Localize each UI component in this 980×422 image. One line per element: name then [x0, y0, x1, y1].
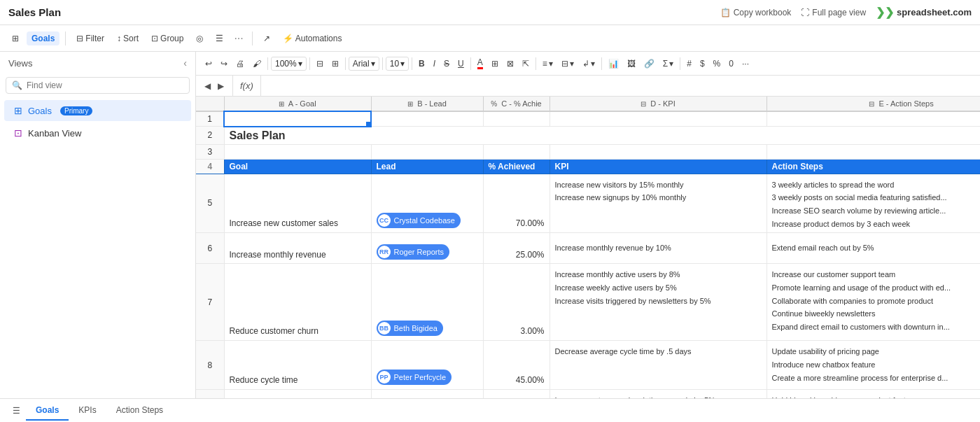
sidebar-item-kanban-view[interactable]: ⊡ Kanban View [4, 122, 191, 143]
cell-7e[interactable]: Increase our customer support team Promo… [766, 264, 980, 341]
cell-9c[interactable]: 90.00% [483, 390, 550, 398]
underline-button[interactable]: U [454, 57, 468, 70]
rows-button[interactable]: ☰ [211, 31, 228, 45]
cell-9a[interactable]: Boost customer lifetime value [224, 390, 371, 398]
chart-button[interactable]: 📊 [605, 57, 622, 70]
cell-6e[interactable]: Extend email reach out by 5% [766, 233, 980, 264]
cell-2a[interactable]: Sales Plan [224, 127, 980, 145]
cell-9d[interactable]: Increase customer subscription upgrade b… [550, 390, 766, 398]
italic-button[interactable]: I [430, 57, 439, 70]
font-selector[interactable]: Arial ▾ [349, 57, 379, 71]
cell-1c[interactable] [483, 111, 550, 127]
tab-goals[interactable]: Goals [26, 401, 69, 421]
more-formats-button[interactable]: ··· [738, 57, 752, 70]
formula-back-button[interactable]: ◀ [202, 80, 214, 92]
cell-5c[interactable]: 70.00% [483, 174, 550, 233]
text-color-button[interactable]: A [474, 56, 486, 71]
cell-6b[interactable]: RR Roger Reports [371, 233, 483, 264]
cell-3c[interactable] [483, 144, 550, 159]
paint-format-button[interactable]: 🖌 [249, 57, 265, 70]
filter-button[interactable]: ⊟ Filter [71, 31, 109, 45]
cell-3d[interactable] [550, 144, 766, 159]
share-button[interactable]: ↗ [258, 31, 275, 45]
cell-7d[interactable]: Increase monthly active users by 8% Incr… [550, 264, 766, 341]
link-button[interactable]: 🔗 [640, 57, 658, 70]
tab-kpis[interactable]: KPIs [69, 401, 106, 421]
zoom-selector[interactable]: 100% ▾ [271, 57, 307, 71]
cell-8a[interactable]: Reduce cycle time [224, 341, 371, 390]
cell-3b[interactable] [371, 144, 483, 159]
undo-button[interactable]: ↩ [202, 57, 216, 70]
decimal-button[interactable]: 0 [725, 57, 737, 70]
spreadsheet-grid[interactable]: ⊞ A - Goal ⊞ B - Lead % C - % Achie ⊟ [196, 97, 980, 398]
cell-3e[interactable] [766, 144, 980, 159]
cell-5b[interactable]: CC Crystal Codebase [371, 174, 483, 233]
expand-row-button[interactable]: ⇱ [519, 57, 533, 70]
formula-forward-button[interactable]: ▶ [215, 80, 227, 92]
align-text-button[interactable]: ≡▾ [539, 57, 556, 70]
cell-6d[interactable]: Increase monthly revenue by 10% [550, 233, 766, 264]
lead-chip-roger[interactable]: RR Roger Reports [377, 244, 450, 260]
cell-7a[interactable]: Reduce customer churn [224, 264, 371, 341]
image-button[interactable]: 🖼 [624, 57, 639, 70]
cell-1b[interactable] [371, 111, 483, 127]
percent-button[interactable]: % [710, 57, 724, 70]
dollar-button[interactable]: $ [696, 57, 708, 70]
cell-7c[interactable]: 3.00% [483, 264, 550, 341]
sidebar-search-box[interactable]: 🔍 [6, 77, 190, 94]
cell-6a[interactable]: Increase monthly revenue [224, 233, 371, 264]
cell-8c[interactable]: 45.00% [483, 341, 550, 390]
automations-button[interactable]: ⚡ Automations [278, 31, 347, 45]
cell-7b[interactable]: BB Beth Bigidea [371, 264, 483, 341]
hash-button[interactable]: # [683, 57, 695, 70]
lead-chip-peter[interactable]: PP Peter Perfcycle [377, 370, 452, 385]
bottom-menu-icon[interactable]: ☰ [7, 402, 26, 420]
lead-chip-crystal[interactable]: CC Crystal Codebase [377, 213, 461, 228]
sort-button[interactable]: ↕ Sort [112, 31, 144, 45]
redo-button[interactable]: ↪ [217, 57, 231, 70]
col-header-d[interactable]: ⊟ D - KPI [550, 97, 766, 111]
cell-1d[interactable] [550, 111, 766, 127]
col-header-b[interactable]: ⊞ B - Lead [371, 97, 483, 111]
vertical-align-button[interactable]: ⊟▾ [558, 57, 578, 70]
tab-action-steps[interactable]: Action Steps [106, 401, 173, 421]
goals-toolbar-button[interactable]: Goals [27, 31, 59, 45]
cell-5e[interactable]: 3 weekly articles to spread the word 3 w… [766, 174, 980, 233]
kpi-9-1: Increase customer subscription upgrade b… [555, 394, 762, 398]
full-page-view-button[interactable]: ⛶ Full page view [801, 8, 866, 17]
merge-button[interactable]: ⊠ [503, 57, 517, 70]
sum-button[interactable]: Σ▾ [659, 57, 677, 70]
col-header-a[interactable]: ⊞ A - Goal [224, 97, 371, 111]
group-button[interactable]: ⊡ Group [146, 31, 188, 45]
cell-5a[interactable]: Increase new customer sales [224, 174, 371, 233]
cell-5d[interactable]: Increase new visitors by 15% monthly Inc… [550, 174, 766, 233]
cell-9e[interactable]: Hold biweekly webinars on product featur… [766, 390, 980, 398]
cell-1e[interactable] [766, 111, 980, 127]
cell-3a[interactable] [224, 144, 371, 159]
cell-1a[interactable] [224, 111, 371, 127]
strikethrough-button[interactable]: S [440, 57, 453, 70]
sidebar-item-goals-primary[interactable]: ⊞ Goals Primary [4, 100, 191, 121]
border-button[interactable]: ⊞ [488, 57, 502, 70]
cell-8d[interactable]: Decrease average cycle time by .5 days [550, 341, 766, 390]
font-size-selector[interactable]: 10 ▾ [386, 57, 409, 71]
wrap-button[interactable]: ↲▾ [579, 57, 598, 70]
search-input[interactable] [27, 80, 183, 90]
print-button[interactable]: 🖨 [232, 57, 248, 70]
col-header-e[interactable]: ⊟ E - Action Steps [766, 97, 980, 111]
toolbar-more-button[interactable]: ··· [231, 32, 246, 45]
lead-chip-beth[interactable]: BB Beth Bigidea [377, 321, 443, 336]
align-center-button[interactable]: ⊞ [328, 57, 342, 70]
cell-9b[interactable]: HH Harry Helpsalot [371, 390, 483, 398]
formula-input[interactable] [261, 81, 980, 91]
hide-button[interactable]: ◎ [191, 31, 208, 45]
grid-view-icon-button[interactable]: ⊞ [7, 31, 24, 45]
cell-6c[interactable]: 25.00% [483, 233, 550, 264]
copy-workbook-button[interactable]: 📋 Copy workbook [720, 8, 792, 17]
sidebar-collapse-button[interactable]: ‹ [183, 57, 187, 69]
cell-8e[interactable]: Update usability of pricing page Introdu… [766, 341, 980, 390]
bold-button[interactable]: B [415, 57, 428, 70]
col-header-c[interactable]: % C - % Achie [483, 97, 550, 111]
align-left-button[interactable]: ⊟ [313, 57, 327, 70]
cell-8b[interactable]: PP Peter Perfcycle [371, 341, 483, 390]
